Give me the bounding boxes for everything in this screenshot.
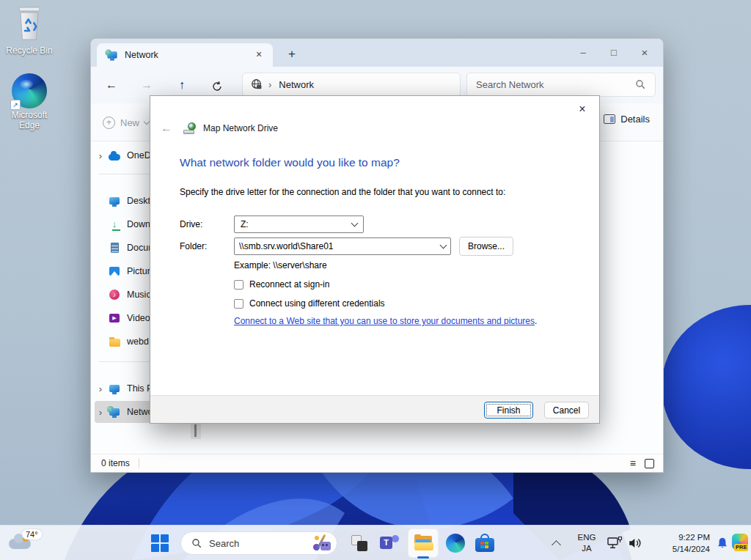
drive-select-value: Z:: [241, 219, 249, 229]
time: 9:22 PM: [650, 531, 710, 543]
teams-button[interactable]: T: [380, 534, 399, 553]
explorer-search[interactable]: [466, 73, 656, 97]
sidebar-scrollbar[interactable]: [191, 423, 201, 439]
breadcrumb-chevron: ›: [268, 79, 271, 90]
recycle-bin-icon: [13, 6, 45, 41]
date: 5/14/2024: [650, 543, 710, 555]
network-globe-icon: [250, 78, 263, 91]
recycle-bin-desktop-icon[interactable]: Recycle Bin: [1, 6, 58, 56]
status-divider: [139, 458, 139, 468]
shortcut-arrow-icon: ↗: [10, 100, 21, 110]
edge-desktop-icon[interactable]: ↗ Microsoft Edge: [1, 73, 58, 130]
example-text: Example: \\server\share: [234, 260, 327, 270]
large-icons-view-icon[interactable]: [645, 459, 654, 468]
details-pane-icon: [604, 114, 615, 124]
chevron-right-icon[interactable]: ›: [95, 383, 106, 394]
onedrive-cloud-icon: [109, 154, 120, 161]
explorer-status-bar: 0 items ≡: [91, 454, 663, 472]
credentials-checkbox[interactable]: [234, 299, 243, 309]
dialog-title: Map Network Drive: [203, 123, 278, 133]
weather-widget[interactable]: 74°: [6, 527, 53, 559]
running-app-indicator: [417, 556, 429, 559]
drive-select[interactable]: Z:: [234, 215, 364, 233]
copilot-button[interactable]: PRE: [732, 534, 748, 550]
new-button[interactable]: + New: [103, 112, 149, 133]
tab-title: Network: [125, 50, 251, 60]
refresh-icon: [211, 81, 223, 92]
chevron-down-icon: [144, 118, 150, 124]
network-tab-icon: [107, 51, 117, 59]
dialog-subtext: Specify the drive letter for the connect…: [180, 187, 505, 197]
dialog-footer: Finish Cancel: [150, 395, 599, 423]
file-explorer-button[interactable]: [408, 528, 439, 558]
chevron-right-icon[interactable]: ›: [95, 150, 106, 161]
start-button[interactable]: [151, 534, 169, 552]
forward-button[interactable]: →: [136, 75, 157, 95]
copilot-pre-badge: PRE: [734, 544, 748, 551]
items-count: 0 items: [101, 458, 130, 468]
breadcrumb-location: Network: [279, 79, 314, 90]
task-view-button[interactable]: [350, 534, 369, 553]
link-suffix: .: [535, 316, 537, 326]
recycle-bin-label: Recycle Bin: [1, 45, 58, 56]
credentials-checkbox-row[interactable]: Connect using different credentials: [234, 298, 385, 309]
search-highlight-icon: [313, 534, 331, 552]
tab-close-icon[interactable]: ×: [251, 47, 267, 63]
reconnect-checkbox[interactable]: [234, 280, 243, 290]
minimize-button[interactable]: –: [568, 39, 598, 67]
drive-label: Drive:: [180, 219, 202, 229]
dialog-header: ← Map Network Drive: [150, 118, 278, 139]
language-indicator[interactable]: ENG JA: [575, 532, 598, 554]
finish-button[interactable]: Finish: [484, 402, 533, 419]
explorer-tab-network[interactable]: Network ×: [97, 43, 273, 67]
edge-icon: ↗: [12, 73, 47, 108]
refresh-button[interactable]: [207, 75, 227, 95]
search-label: Search: [209, 538, 313, 549]
maximize-button[interactable]: □: [598, 39, 629, 67]
tray-chevron-up-icon[interactable]: [552, 540, 561, 550]
network-tray-icon[interactable]: [607, 537, 623, 550]
desktop: Recycle Bin ↗ Microsoft Edge Network × +…: [0, 0, 751, 560]
explorer-search-input[interactable]: [476, 79, 635, 90]
music-icon: ♪: [109, 290, 120, 300]
reconnect-checkbox-row[interactable]: Reconnect at sign-in: [234, 279, 329, 290]
details-button-label: Details: [620, 114, 650, 125]
credentials-checkbox-label: Connect using different credentials: [249, 298, 385, 309]
details-button[interactable]: Details: [604, 114, 650, 125]
notification-bell-icon[interactable]: [716, 537, 729, 550]
this-pc-icon: [109, 385, 120, 392]
web-site-link-row: Connect to a Web site that you can use t…: [234, 316, 537, 326]
map-network-drive-dialog: × ← Map Network Drive What network folde…: [150, 95, 600, 424]
microsoft-store-button[interactable]: [475, 534, 494, 553]
up-button[interactable]: ↑: [172, 75, 192, 95]
browse-button[interactable]: Browse...: [459, 237, 513, 256]
clock[interactable]: 9:22 PM 5/14/2024: [650, 531, 710, 555]
search-icon: [635, 79, 646, 90]
chevron-down-icon: [351, 220, 359, 227]
folder-combobox[interactable]: [234, 237, 451, 255]
volume-tray-icon[interactable]: [628, 537, 644, 550]
dialog-back-icon[interactable]: ←: [161, 122, 175, 135]
chevron-right-icon[interactable]: ›: [95, 407, 106, 418]
map-network-drive-icon: [183, 122, 196, 134]
new-tab-button[interactable]: +: [283, 46, 301, 64]
close-button[interactable]: ×: [629, 39, 660, 67]
plus-circle-icon: +: [103, 117, 115, 129]
downloads-icon: ↓: [112, 220, 117, 229]
folder-icon: [109, 339, 120, 347]
back-button[interactable]: ←: [101, 75, 122, 95]
connect-web-site-link[interactable]: Connect to a Web site that you can use t…: [234, 316, 535, 326]
address-bar[interactable]: › Network: [242, 73, 461, 97]
edge-button[interactable]: [446, 534, 465, 553]
dialog-close-icon[interactable]: ×: [571, 100, 593, 119]
taskbar-search[interactable]: Search: [180, 531, 337, 555]
edge-label: Microsoft Edge: [1, 110, 58, 130]
list-view-icon[interactable]: ≡: [630, 458, 636, 468]
dialog-heading: What network folder would you like to ma…: [180, 156, 400, 169]
scrollbar-thumb[interactable]: [194, 424, 197, 437]
documents-icon: [111, 243, 119, 253]
cancel-button[interactable]: Cancel: [544, 402, 589, 419]
folder-input[interactable]: [239, 241, 441, 251]
chevron-down-icon: [440, 242, 447, 249]
search-icon: [191, 538, 202, 549]
